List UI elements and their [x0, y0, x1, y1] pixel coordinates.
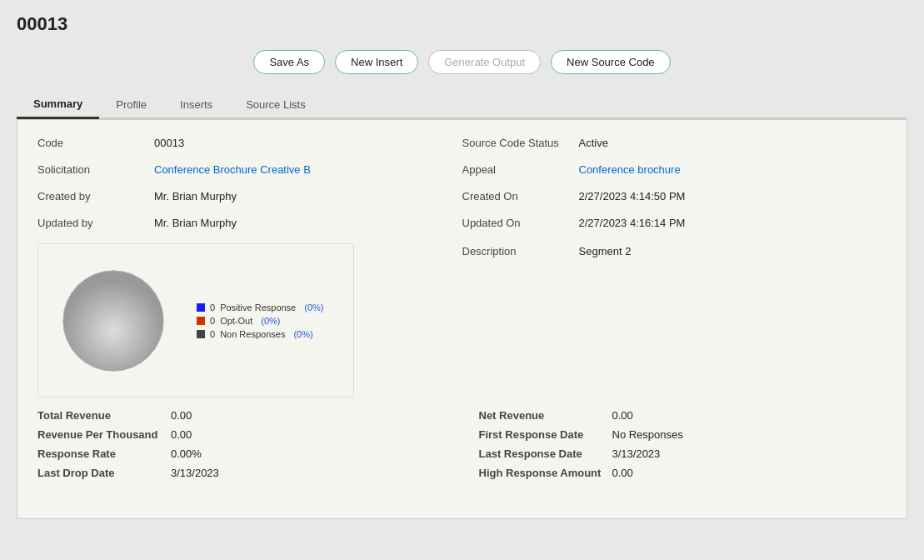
label-first-response-date: First Response Date	[479, 428, 612, 441]
value-appeal[interactable]: Conference brochure	[579, 163, 681, 176]
value-high-response-amount: 0.00	[612, 467, 633, 479]
field-last-drop-date: Last Drop Date 3/13/2023	[37, 467, 446, 479]
legend-non-responses: 0 Non Responses (0%)	[197, 329, 323, 339]
tab-source-lists[interactable]: Source Lists	[229, 91, 322, 119]
field-code: Code 00013	[37, 137, 437, 155]
value-first-response-date: No Responses	[612, 428, 683, 441]
label-source-code-status: Source Code Status	[462, 137, 579, 149]
content-area: Code 00013 Solicitation Conference Broch…	[17, 119, 907, 519]
value-updated-by: Mr. Brian Murphy	[154, 217, 237, 229]
label-revenue-per-thousand: Revenue Per Thousand	[37, 428, 171, 441]
legend-label-optout: Opt-Out	[220, 316, 252, 326]
page-title: 00013	[17, 13, 907, 35]
label-appeal: Appeal	[462, 163, 579, 176]
chart-circle	[47, 254, 180, 388]
svg-point-1	[63, 271, 163, 371]
legend-label-nonresponse: Non Responses	[220, 329, 285, 339]
field-source-code-status: Source Code Status Active	[462, 137, 862, 155]
new-insert-button[interactable]: New Insert	[335, 50, 418, 74]
field-high-response-amount: High Response Amount 0.00	[479, 467, 887, 479]
label-updated-on: Updated On	[462, 217, 579, 229]
label-created-by: Created by	[37, 190, 154, 202]
label-net-revenue: Net Revenue	[479, 409, 612, 422]
bottom-right-col: Net Revenue 0.00 First Response Date No …	[479, 409, 887, 486]
bottom-fields: Total Revenue 0.00 Revenue Per Thousand …	[37, 409, 887, 486]
label-last-drop-date: Last Drop Date	[37, 467, 171, 479]
field-solicitation: Solicitation Conference Brochure Creativ…	[37, 163, 437, 182]
field-first-response-date: First Response Date No Responses	[479, 428, 887, 441]
field-net-revenue: Net Revenue 0.00	[479, 409, 887, 422]
tabs-bar: Summary Profile Inserts Source Lists	[17, 91, 907, 119]
legend-pct-optout: (0%)	[261, 316, 280, 326]
new-source-code-button[interactable]: New Source Code	[551, 50, 671, 74]
left-column: Code 00013 Solicitation Conference Broch…	[37, 137, 462, 398]
tab-inserts[interactable]: Inserts	[163, 91, 229, 119]
field-updated-on: Updated On 2/27/2023 4:16:14 PM	[462, 217, 862, 235]
chart-area: 0 Positive Response (0%) 0 Opt-Out (0%)	[37, 243, 354, 398]
label-created-on: Created On	[462, 190, 579, 202]
tab-summary[interactable]: Summary	[17, 91, 99, 119]
value-revenue-per-thousand: 0.00	[171, 428, 192, 441]
label-updated-by: Updated by	[37, 217, 154, 229]
label-description: Description	[462, 245, 579, 258]
label-high-response-amount: High Response Amount	[479, 467, 612, 479]
toolbar: Save As New Insert Generate Output New S…	[17, 50, 907, 74]
chart-legend: 0 Positive Response (0%) 0 Opt-Out (0%)	[197, 302, 323, 339]
legend-count-nonresponse: 0	[210, 329, 215, 339]
fields-grid: Code 00013 Solicitation Conference Broch…	[37, 137, 887, 398]
legend-positive-response: 0 Positive Response (0%)	[197, 302, 323, 312]
field-created-on: Created On 2/27/2023 4:14:50 PM	[462, 190, 862, 208]
field-total-revenue: Total Revenue 0.00	[37, 409, 446, 422]
right-column: Source Code Status Active Appeal Confere…	[462, 137, 887, 398]
legend-color-nonresponse	[197, 330, 205, 338]
legend-count-optout: 0	[210, 316, 215, 326]
field-response-rate: Response Rate 0.00%	[37, 448, 446, 460]
value-source-code-status: Active	[579, 137, 608, 149]
value-solicitation[interactable]: Conference Brochure Creative B	[154, 163, 311, 176]
save-as-button[interactable]: Save As	[253, 50, 325, 74]
field-last-response-date: Last Response Date 3/13/2023	[479, 448, 887, 460]
value-created-on: 2/27/2023 4:14:50 PM	[579, 190, 686, 202]
page-container: 00013 Save As New Insert Generate Output…	[0, 0, 924, 560]
field-revenue-per-thousand: Revenue Per Thousand 0.00	[37, 428, 446, 441]
value-last-response-date: 3/13/2023	[612, 448, 661, 460]
value-last-drop-date: 3/13/2023	[171, 467, 219, 479]
label-solicitation: Solicitation	[37, 163, 154, 176]
legend-color-positive	[197, 303, 205, 312]
bottom-grid: Total Revenue 0.00 Revenue Per Thousand …	[37, 409, 887, 486]
tab-profile[interactable]: Profile	[99, 91, 163, 119]
generate-output-button[interactable]: Generate Output	[428, 50, 541, 74]
bottom-left-col: Total Revenue 0.00 Revenue Per Thousand …	[37, 409, 446, 486]
value-description: Segment 2	[579, 245, 632, 258]
field-description: Description Segment 2	[462, 245, 862, 263]
legend-pct-positive: (0%)	[304, 302, 323, 312]
value-updated-on: 2/27/2023 4:16:14 PM	[579, 217, 686, 229]
value-response-rate: 0.00%	[171, 448, 202, 460]
value-total-revenue: 0.00	[171, 409, 192, 422]
legend-count-positive: 0	[210, 302, 215, 312]
label-total-revenue: Total Revenue	[37, 409, 171, 422]
value-net-revenue: 0.00	[612, 409, 633, 422]
legend-label-positive: Positive Response	[220, 302, 296, 312]
field-appeal: Appeal Conference brochure	[462, 163, 862, 182]
label-last-response-date: Last Response Date	[479, 448, 612, 460]
label-code: Code	[37, 137, 154, 149]
legend-opt-out: 0 Opt-Out (0%)	[197, 316, 323, 326]
value-created-by: Mr. Brian Murphy	[154, 190, 237, 202]
field-created-by: Created by Mr. Brian Murphy	[37, 190, 437, 208]
label-response-rate: Response Rate	[37, 448, 171, 460]
legend-color-optout	[197, 317, 205, 325]
field-updated-by: Updated by Mr. Brian Murphy	[37, 217, 437, 235]
value-code: 00013	[154, 137, 184, 149]
legend-pct-nonresponse: (0%)	[293, 329, 312, 339]
